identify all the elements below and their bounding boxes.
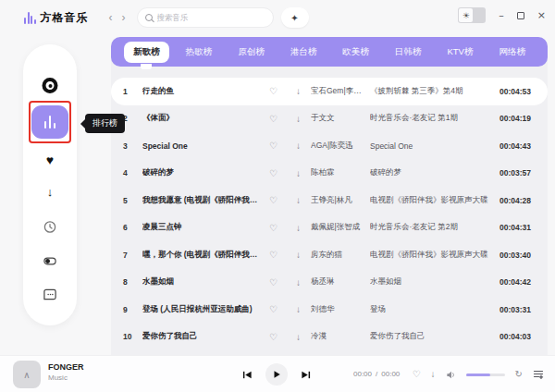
sidebar-item-ranking[interactable] bbox=[31, 105, 68, 139]
history-clock-icon bbox=[43, 220, 57, 234]
sidebar-item-favorites[interactable]: ♥ bbox=[46, 153, 54, 167]
download-icon[interactable]: ↓ bbox=[286, 195, 311, 205]
tab-欧美榜[interactable]: 欧美榜 bbox=[333, 42, 378, 63]
previous-track-button[interactable] bbox=[242, 370, 253, 380]
song-album: 《披荆斩棘 第三季》第4期 bbox=[370, 86, 499, 97]
song-album: Special One bbox=[370, 141, 499, 151]
next-track-button[interactable] bbox=[301, 370, 311, 380]
song-album: 时光音乐会·老友记 第1期 bbox=[370, 113, 499, 124]
song-row[interactable]: 6 凌晨三点钟 ♡ ↓ 戴佩妮|张智成 时光音乐会·老友记 第2期 00:04:… bbox=[111, 214, 548, 242]
like-icon[interactable]: ♡ bbox=[261, 114, 286, 124]
theme-toggle[interactable]: ☀ bbox=[458, 7, 486, 23]
song-row[interactable]: 4 破碎的梦 ♡ ↓ 陈柏霖 破碎的梦 00:03:57 bbox=[111, 160, 548, 188]
song-rank: 1 bbox=[123, 87, 142, 96]
sidebar-item-downloads[interactable]: ↓ bbox=[47, 185, 54, 199]
back-button[interactable]: ‹ bbox=[109, 12, 113, 23]
song-title: 水墨如烟 bbox=[142, 276, 261, 288]
song-row[interactable]: 9 登场 (人民日报杭州亚运助威曲) ♡ ↓ 刘德华 登场 00:03:31 bbox=[111, 296, 548, 324]
song-album: 水墨如烟 bbox=[370, 276, 499, 288]
song-artist: AGA|陈奕迅 bbox=[311, 141, 370, 152]
song-rank: 3 bbox=[123, 141, 142, 151]
tab-港台榜[interactable]: 港台榜 bbox=[281, 42, 327, 63]
song-row[interactable]: 3 Special One ♡ ↓ AGA|陈奕迅 Special One 00… bbox=[111, 132, 548, 160]
song-title: 破碎的梦 bbox=[142, 167, 261, 178]
title-bar: 方格音乐 ‹ › ✦ ☀ – × bbox=[0, 0, 555, 35]
download-icon[interactable]: ↓ bbox=[431, 370, 436, 379]
tab-label: 欧美榜 bbox=[342, 46, 369, 56]
album-thumbnail[interactable]: ∧ bbox=[13, 361, 41, 388]
song-artist: 房东的猫 bbox=[311, 250, 370, 261]
maximize-button[interactable] bbox=[517, 12, 524, 19]
like-icon[interactable]: ♡ bbox=[261, 223, 286, 233]
minimize-button[interactable]: – bbox=[499, 10, 504, 20]
song-album: 爱你伤了我自己 bbox=[370, 331, 499, 342]
tab-label: KTV榜 bbox=[447, 46, 473, 56]
tab-KTV榜[interactable]: KTV榜 bbox=[438, 42, 482, 63]
like-icon[interactable]: ♡ bbox=[261, 141, 286, 151]
like-icon[interactable]: ♡ bbox=[261, 195, 286, 205]
tab-原创榜[interactable]: 原创榜 bbox=[228, 42, 274, 63]
previous-icon bbox=[242, 370, 253, 380]
song-rank: 7 bbox=[123, 251, 142, 260]
sidebar-item-feedback[interactable] bbox=[43, 288, 57, 301]
download-icon[interactable]: ↓ bbox=[286, 114, 311, 124]
song-duration: 00:04:03 bbox=[499, 332, 531, 341]
download-icon[interactable]: ↓ bbox=[286, 250, 311, 260]
volume-slider[interactable] bbox=[466, 374, 505, 376]
song-artist: 杨丞琳 bbox=[311, 276, 370, 288]
like-icon[interactable]: ♡ bbox=[261, 332, 286, 342]
song-album: 电视剧《骄阳伴我》影视原声大碟 bbox=[370, 195, 499, 206]
song-artist: 宝石Gem|李… bbox=[311, 86, 370, 97]
ai-sparkle-button[interactable]: ✦ bbox=[281, 7, 309, 28]
song-duration: 00:03:40 bbox=[499, 251, 531, 260]
like-icon[interactable]: ♡ bbox=[261, 250, 286, 260]
like-icon[interactable]: ♡ bbox=[261, 304, 286, 314]
tab-新歌榜[interactable]: 新歌榜 bbox=[124, 42, 169, 63]
tab-网络榜[interactable]: 网络榜 bbox=[489, 42, 535, 63]
sidebar-item-music-library[interactable] bbox=[43, 78, 58, 93]
download-icon[interactable]: ↓ bbox=[286, 86, 311, 96]
download-icon[interactable]: ↓ bbox=[286, 168, 311, 178]
song-row[interactable]: 1 行走的鱼 ♡ ↓ 宝石Gem|李… 《披荆斩棘 第三季》第4期 00:04:… bbox=[111, 78, 548, 105]
tab-label: 原创榜 bbox=[238, 46, 265, 56]
song-list: 1 行走的鱼 ♡ ↓ 宝石Gem|李… 《披荆斩棘 第三季》第4期 00:04:… bbox=[111, 78, 548, 350]
download-icon[interactable]: ↓ bbox=[286, 304, 311, 314]
download-icon[interactable]: ↓ bbox=[286, 223, 311, 233]
song-row[interactable]: 2 《体面》 ♡ ↓ 于文文 时光音乐会·老友记 第1期 00:04:19 bbox=[111, 105, 548, 133]
like-icon[interactable]: ♡ bbox=[261, 86, 286, 96]
sidebar-item-history[interactable] bbox=[43, 220, 57, 234]
download-icon[interactable]: ↓ bbox=[286, 332, 311, 342]
search-box[interactable] bbox=[137, 7, 274, 28]
song-duration: 00:04:53 bbox=[499, 87, 531, 96]
song-duration: 00:03:57 bbox=[499, 168, 531, 178]
search-input[interactable] bbox=[157, 13, 265, 22]
song-row[interactable]: 8 水墨如烟 ♡ ↓ 杨丞琳 水墨如烟 00:04:42 bbox=[111, 269, 548, 297]
time-current: 00:00 bbox=[353, 370, 372, 378]
volume-icon[interactable] bbox=[446, 370, 456, 380]
forward-button[interactable]: › bbox=[122, 12, 126, 23]
close-button[interactable]: × bbox=[537, 10, 546, 20]
tab-日韩榜[interactable]: 日韩榜 bbox=[386, 42, 431, 63]
song-artist: 冷漠 bbox=[311, 331, 370, 342]
sidebar-item-visibility-toggle[interactable] bbox=[43, 254, 57, 268]
song-title: 登场 (人民日报杭州亚运助威曲) bbox=[142, 304, 261, 315]
like-icon[interactable]: ♡ bbox=[413, 370, 421, 379]
song-row[interactable]: 10 爱你伤了我自己 ♡ ↓ 冷漠 爱你伤了我自己 00:04:03 bbox=[111, 324, 548, 351]
play-button[interactable] bbox=[265, 363, 288, 386]
loop-icon[interactable]: ↻ bbox=[515, 370, 523, 379]
toggle-switch-icon bbox=[43, 254, 57, 268]
sun-icon: ☀ bbox=[459, 8, 473, 22]
tab-label: 日韩榜 bbox=[395, 46, 422, 56]
song-album: 时光音乐会·老友记 第2期 bbox=[370, 222, 499, 233]
download-icon[interactable]: ↓ bbox=[286, 141, 311, 151]
tab-label: 网络榜 bbox=[499, 46, 525, 56]
tab-热歌榜[interactable]: 热歌榜 bbox=[177, 42, 222, 63]
song-row[interactable]: 5 我想我愿意 (电视剧《骄阳伴我》 … ♡ ↓ 王铮亮|林凡 电视剧《骄阳伴我… bbox=[111, 187, 548, 214]
tab-label: 港台榜 bbox=[290, 46, 317, 56]
song-row[interactable]: 7 嘿，那个你 (电视剧《骄阳伴我》 … ♡ ↓ 房东的猫 电视剧《骄阳伴我》影… bbox=[111, 241, 548, 269]
download-icon[interactable]: ↓ bbox=[286, 277, 311, 288]
audio-bars-icon bbox=[24, 12, 36, 24]
like-icon[interactable]: ♡ bbox=[261, 277, 286, 288]
like-icon[interactable]: ♡ bbox=[261, 168, 286, 178]
playlist-icon[interactable] bbox=[533, 369, 544, 380]
